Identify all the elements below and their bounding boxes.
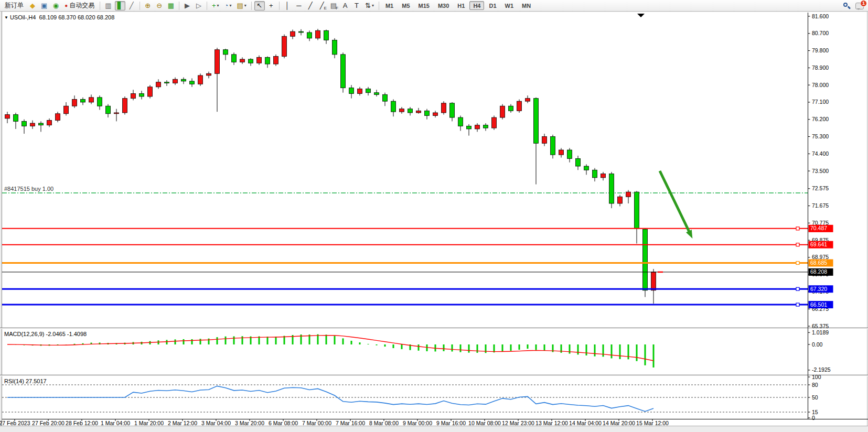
candle-body <box>156 82 161 87</box>
dropdown-caret-icon[interactable]: ▾ <box>229 4 231 8</box>
candle-body <box>249 59 253 63</box>
candle-body <box>22 121 27 126</box>
candle-body <box>333 40 337 55</box>
candle-body <box>257 57 262 63</box>
timeframe-d1-button[interactable]: D1 <box>485 1 500 10</box>
market-watch-icon-glyph: ▣ <box>41 2 47 9</box>
candle-body <box>559 150 564 155</box>
chart-window-icon[interactable]: ◆ <box>27 1 38 10</box>
candle-body <box>198 75 203 84</box>
new-order-button[interactable]: 新订单 <box>2 1 26 10</box>
toolbar-separator <box>179 2 179 10</box>
dropdown-caret-icon[interactable]: ▾ <box>217 4 219 8</box>
timeframe-mn-button[interactable]: MN <box>518 1 534 10</box>
candle-body <box>400 109 404 112</box>
text-button[interactable]: A <box>340 1 350 10</box>
candle-body <box>635 192 639 229</box>
horizontal-line-button[interactable]: ─ <box>294 1 304 10</box>
chart-canvas[interactable]: 81.60080.70079.80078.90078.00077.10076.2… <box>0 0 868 432</box>
chart-window-icon-glyph: ◆ <box>30 2 35 9</box>
arrows-glyph: ⇅ <box>365 2 371 9</box>
vertical-line-button[interactable]: │ <box>282 1 293 10</box>
timeframe-m5-button[interactable]: M5 <box>398 1 413 10</box>
candle-body <box>383 94 388 101</box>
macd-indicator-label: MACD(12,26,9) -2.0465 -1.4098 <box>4 331 87 337</box>
candle-body <box>299 31 304 33</box>
candle-body <box>114 113 119 114</box>
signals-icon-glyph: ◉ <box>53 2 59 9</box>
candle-body <box>324 30 329 40</box>
timeframe-h4-button[interactable]: H4 <box>469 1 484 10</box>
price-line-handle[interactable] <box>796 303 799 306</box>
candle-body <box>542 137 547 144</box>
chart-title: ▼USOil-,H4 68.109 68.370 68.020 68.208 <box>4 14 114 20</box>
auto-scroll-icon[interactable]: ▶ <box>182 1 192 10</box>
candle-body <box>416 111 421 113</box>
crosshair-button[interactable]: + <box>266 1 276 10</box>
candle-body <box>618 197 623 203</box>
candle-body <box>576 158 581 166</box>
zoom-in-icon-glyph: ⊕ <box>145 2 151 9</box>
line-chart-icon-glyph: ╱ <box>130 2 134 9</box>
indicators-button[interactable]: +▾ <box>210 1 221 10</box>
dropdown-caret-icon[interactable]: ▾ <box>372 4 374 8</box>
zoom-out-icon[interactable]: ⊖ <box>154 1 165 10</box>
timeframe-m30-button[interactable]: M30 <box>434 1 453 10</box>
line-chart-icon[interactable]: ╱ <box>126 1 137 10</box>
search-icon[interactable] <box>843 2 850 9</box>
candle-body <box>47 121 52 125</box>
symbol-dropdown-icon[interactable]: ▼ <box>4 15 8 20</box>
notifications-icon[interactable]: 1 <box>855 3 864 9</box>
autotrade-button[interactable]: ●自动交易 <box>62 1 97 10</box>
templates-button[interactable]: ▤▾ <box>234 1 248 10</box>
signals-icon[interactable]: ◉ <box>50 1 61 10</box>
timeframe-m1-button[interactable]: M1 <box>382 1 397 10</box>
indicators-glyph: + <box>212 2 216 9</box>
candle-body <box>291 31 295 36</box>
chart-shift-icon[interactable]: ▷ <box>194 1 204 10</box>
notification-badge: 1 <box>860 0 867 7</box>
bar-chart-icon[interactable]: ▥ <box>103 1 113 10</box>
candle-body <box>534 99 539 144</box>
candle-body <box>190 81 195 84</box>
timeframe-w1-button[interactable]: W1 <box>501 1 518 10</box>
candle-body <box>526 99 530 101</box>
tile-windows-icon-glyph: ▦ <box>168 2 174 9</box>
tile-windows-icon[interactable]: ▦ <box>166 1 176 10</box>
price-line-handle[interactable] <box>796 243 799 246</box>
candle-body <box>341 55 346 88</box>
price-line-handle[interactable] <box>796 227 799 230</box>
candle-body <box>30 123 35 126</box>
timeframe-m15-button[interactable]: M15 <box>415 1 433 10</box>
time-axis[interactable] <box>2 419 808 426</box>
equidistant-channel-button[interactable]: ╱E <box>317 1 327 10</box>
periods-button[interactable]: ◔▾ <box>222 1 234 10</box>
chart-title-text: USOil-,H4 68.109 68.370 68.020 68.208 <box>10 14 114 20</box>
candle-body <box>215 50 220 74</box>
price-axis[interactable] <box>808 13 868 419</box>
candle-body <box>265 57 270 64</box>
trendline-button[interactable]: ╱ <box>305 1 316 10</box>
dropdown-caret-icon[interactable]: ▾ <box>244 4 247 8</box>
zoom-out-icon-glyph: ⊖ <box>156 2 162 9</box>
candle-body <box>140 94 144 96</box>
arrows-button[interactable]: ⇅▾ <box>363 1 376 10</box>
toolbar-separator <box>100 2 100 10</box>
zoom-in-icon[interactable]: ⊕ <box>143 1 153 10</box>
candle-body <box>492 117 497 128</box>
candlestick-chart-icon[interactable]: ▋ <box>115 1 125 10</box>
price-line-handle[interactable] <box>796 262 799 265</box>
candle-body <box>307 33 312 38</box>
cursor-button[interactable]: ↖ <box>254 1 265 10</box>
candle-body <box>517 101 522 111</box>
timeframe-h1-button[interactable]: H1 <box>454 1 468 10</box>
toolbar-right-group: 1 <box>843 0 864 12</box>
fibonacci-button[interactable]: ▤F <box>328 1 339 10</box>
market-watch-icon[interactable]: ▣ <box>39 1 49 10</box>
price-line-handle[interactable] <box>796 287 799 290</box>
candle-body <box>349 88 354 94</box>
crosshair-glyph: + <box>269 2 273 9</box>
candle-body <box>123 99 127 113</box>
candle-body <box>643 229 648 290</box>
text-label-button[interactable]: T <box>351 1 362 10</box>
